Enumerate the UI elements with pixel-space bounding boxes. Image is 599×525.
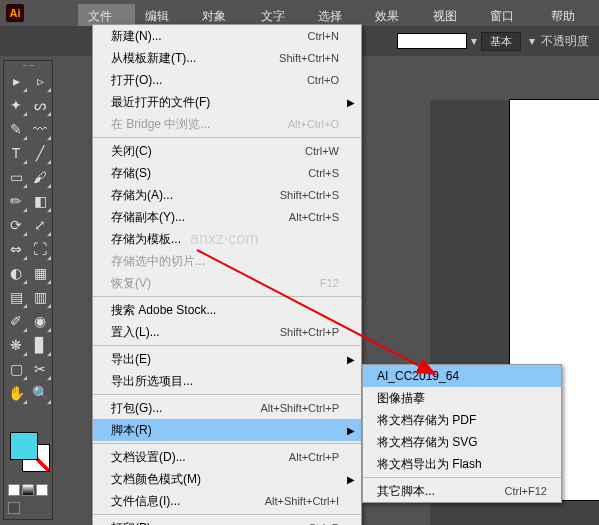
tool-panel: ▸▹✦ᔕ✎〰T╱▭🖌✏◧⟳⤢⇔⛶◐▦▤▥✐◉❋▊▢✂✋🔍: [3, 60, 53, 520]
menu-item[interactable]: 置入(L)...Shift+Ctrl+P: [93, 321, 361, 343]
submenu-item[interactable]: AI_CC2019_64: [363, 365, 561, 387]
tool-paintbrush[interactable]: 🖌: [28, 165, 52, 189]
menu-item[interactable]: 存储为(A)...Shift+Ctrl+S: [93, 184, 361, 206]
menu-item-label: 置入(L)...: [111, 324, 280, 341]
opacity-label: 不透明度: [541, 33, 589, 50]
menu-item-label: 文件信息(I)...: [111, 493, 265, 510]
menu-item-label: 打包(G)...: [111, 400, 260, 417]
menu-item[interactable]: 存储(S)Ctrl+S: [93, 162, 361, 184]
tool-eyedropper[interactable]: ✐: [4, 309, 28, 333]
menu-item-shortcut: Alt+Shift+Ctrl+P: [260, 402, 339, 414]
tool-free-transform[interactable]: ⛶: [28, 237, 52, 261]
color-mode-row: [4, 482, 52, 498]
submenu-item[interactable]: 将文档导出为 Flash: [363, 453, 561, 475]
submenu-item-label: 将文档导出为 Flash: [377, 456, 547, 473]
tool-column-graph[interactable]: ▊: [28, 333, 52, 357]
script-submenu: AI_CC2019_64图像描摹将文档存储为 PDF将文档存储为 SVG将文档导…: [362, 364, 562, 503]
submenu-arrow-icon: ▶: [347, 354, 355, 365]
menu-item: 恢复(V)F12: [93, 272, 361, 294]
tool-rectangle[interactable]: ▭: [4, 165, 28, 189]
brush-basic[interactable]: 基本: [481, 32, 521, 51]
color-mode-gradient[interactable]: [22, 484, 34, 496]
menu-item-label: 存储选中的切片...: [111, 253, 339, 270]
tool-blend[interactable]: ◉: [28, 309, 52, 333]
menu-item-label: 关闭(C): [111, 143, 305, 160]
menu-item: 在 Bridge 中浏览...Alt+Ctrl+O: [93, 113, 361, 135]
tool-direct-selection[interactable]: ▹: [28, 69, 52, 93]
tool-mesh[interactable]: ▤: [4, 285, 28, 309]
tool-line[interactable]: ╱: [28, 141, 52, 165]
menu-item[interactable]: 存储为模板...: [93, 228, 361, 250]
tool-eraser[interactable]: ◧: [28, 189, 52, 213]
color-mode-normal[interactable]: [8, 484, 20, 496]
menu-item-shortcut: Ctrl+W: [305, 145, 339, 157]
tool-selection[interactable]: ▸: [4, 69, 28, 93]
fill-color-swatch[interactable]: [10, 432, 38, 460]
tool-shaper[interactable]: ✏: [4, 189, 28, 213]
tool-symbol-sprayer[interactable]: ❋: [4, 333, 28, 357]
submenu-item-label: 其它脚本...: [377, 483, 505, 500]
menu-item[interactable]: 脚本(R)▶: [93, 419, 361, 441]
menu-item[interactable]: 导出(E)▶: [93, 348, 361, 370]
submenu-item[interactable]: 图像描摹: [363, 387, 561, 409]
menu-item-shortcut: Ctrl+O: [307, 74, 339, 86]
menu-item-label: 文档设置(D)...: [111, 449, 289, 466]
menu-item-label: 导出(E): [111, 351, 339, 368]
stroke-preview[interactable]: [397, 33, 467, 49]
tool-slice[interactable]: ✂: [28, 357, 52, 381]
menu-item-shortcut: Alt+Ctrl+P: [289, 451, 339, 463]
menu-item[interactable]: 新建(N)...Ctrl+N: [93, 25, 361, 47]
tool-rotate[interactable]: ⟳: [4, 213, 28, 237]
menu-item-label: 文档颜色模式(M): [111, 471, 339, 488]
menu-item-label: 存储副本(Y)...: [111, 209, 289, 226]
menu-item: 存储选中的切片...: [93, 250, 361, 272]
menu-item-shortcut: Shift+Ctrl+N: [279, 52, 339, 64]
menu-item-shortcut: Ctrl+N: [308, 30, 339, 42]
stroke-dropdown-icon[interactable]: ▾: [471, 34, 477, 48]
submenu-item[interactable]: 将文档存储为 PDF: [363, 409, 561, 431]
menu-item[interactable]: 存储副本(Y)...Alt+Ctrl+S: [93, 206, 361, 228]
tool-scale[interactable]: ⤢: [28, 213, 52, 237]
menu-item-label: 打开(O)...: [111, 72, 307, 89]
menu-item[interactable]: 搜索 Adobe Stock...: [93, 299, 361, 321]
tool-magic-wand[interactable]: ✦: [4, 93, 28, 117]
menu-item[interactable]: 打开(O)...Ctrl+O: [93, 69, 361, 91]
screen-mode[interactable]: [8, 502, 20, 514]
menu-item[interactable]: 打印(P)...Ctrl+P: [93, 517, 361, 525]
panel-handle[interactable]: [4, 61, 52, 69]
submenu-item-label: AI_CC2019_64: [377, 369, 547, 383]
menu-item-shortcut: Shift+Ctrl+S: [280, 189, 339, 201]
color-mode-none[interactable]: [36, 484, 48, 496]
menu-item-label: 存储为模板...: [111, 231, 339, 248]
brush-dropdown-icon[interactable]: ▾: [529, 34, 535, 48]
menu-item[interactable]: 导出所选项目...: [93, 370, 361, 392]
menu-item-label: 新建(N)...: [111, 28, 308, 45]
menu-item[interactable]: 打包(G)...Alt+Shift+Ctrl+P: [93, 397, 361, 419]
menu-item[interactable]: 文档设置(D)...Alt+Ctrl+P: [93, 446, 361, 468]
app-logo: Ai: [6, 4, 24, 22]
menu-item-shortcut: Alt+Ctrl+S: [289, 211, 339, 223]
tool-hand[interactable]: ✋: [4, 381, 28, 405]
tool-shape-builder[interactable]: ◐: [4, 261, 28, 285]
tool-perspective[interactable]: ▦: [28, 261, 52, 285]
submenu-item[interactable]: 其它脚本...Ctrl+F12: [363, 480, 561, 502]
tool-curvature[interactable]: 〰: [28, 117, 52, 141]
menu-item[interactable]: 文档颜色模式(M)▶: [93, 468, 361, 490]
tool-zoom[interactable]: 🔍: [28, 381, 52, 405]
submenu-item-label: 图像描摹: [377, 390, 547, 407]
submenu-item[interactable]: 将文档存储为 SVG: [363, 431, 561, 453]
menu-item[interactable]: 关闭(C)Ctrl+W: [93, 140, 361, 162]
tool-lasso[interactable]: ᔕ: [28, 93, 52, 117]
menu-item-shortcut: Ctrl+S: [308, 167, 339, 179]
menu-item-label: 脚本(R): [111, 422, 339, 439]
tool-width[interactable]: ⇔: [4, 237, 28, 261]
menu-item-shortcut: Shift+Ctrl+P: [280, 326, 339, 338]
menu-item[interactable]: 从模板新建(T)...Shift+Ctrl+N: [93, 47, 361, 69]
tool-type[interactable]: T: [4, 141, 28, 165]
tool-pen[interactable]: ✎: [4, 117, 28, 141]
submenu-item-shortcut: Ctrl+F12: [505, 485, 548, 497]
menu-item[interactable]: 最近打开的文件(F)▶: [93, 91, 361, 113]
tool-artboard[interactable]: ▢: [4, 357, 28, 381]
tool-gradient[interactable]: ▥: [28, 285, 52, 309]
menu-item[interactable]: 文件信息(I)...Alt+Shift+Ctrl+I: [93, 490, 361, 512]
